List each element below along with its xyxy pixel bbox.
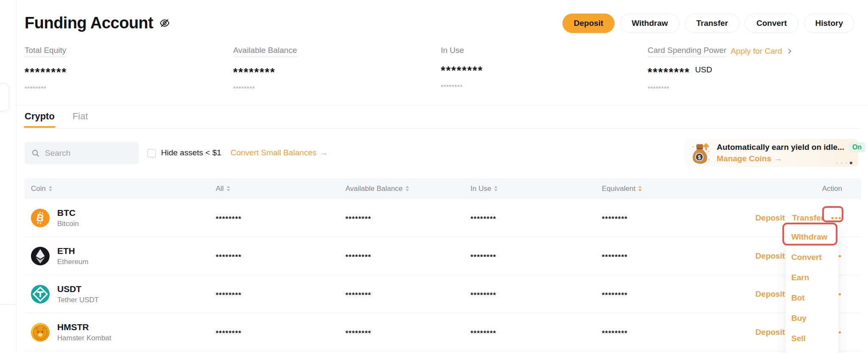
earn-yield-banner[interactable]: $ Automatically earn yield on idle... On…	[684, 139, 858, 167]
stat-value-masked: ********	[441, 66, 483, 75]
banner-status-badge: On	[849, 142, 865, 152]
value-in-use-masked: ********	[470, 215, 496, 223]
hide-assets-label[interactable]: Hide assets < $1	[161, 148, 221, 157]
header-in-use[interactable]: In Use	[470, 178, 498, 199]
stat-in-use: In Use ******** ********	[441, 46, 483, 90]
sort-icon	[227, 186, 230, 191]
stat-value-masked: ********	[648, 68, 690, 77]
value-equivalent-masked: ********	[602, 291, 628, 300]
dropdown-item-sell[interactable]: Sell	[786, 328, 838, 349]
coin-symbol: BTC	[57, 207, 79, 218]
stat-available-balance: Available Balance ******** ********	[233, 46, 297, 92]
value-available-masked: ********	[345, 329, 371, 338]
side-drawer-handle[interactable]	[0, 83, 9, 111]
sort-icon-desc	[638, 186, 642, 191]
page-title: Funding Account	[25, 14, 153, 32]
hmstr-coin-icon	[31, 323, 50, 342]
coin-symbol: ETH	[57, 245, 89, 256]
row-deposit-link[interactable]: Deposit	[755, 251, 785, 261]
account-actions: Deposit Withdraw Transfer Convert Histor…	[562, 14, 854, 33]
section-divider	[17, 105, 868, 105]
coin-name: Tether USDT	[57, 295, 99, 305]
row-deposit-link[interactable]: Deposit	[755, 328, 785, 337]
stat-value-masked: ********	[25, 68, 67, 77]
dropdown-item-bot[interactable]: Bot	[786, 288, 838, 308]
btc-coin-icon: B	[31, 209, 50, 227]
search-input[interactable]	[45, 149, 132, 158]
banner-carousel-dots[interactable]	[836, 162, 852, 164]
eth-coin-icon	[31, 247, 50, 265]
table-row: HMSTR Hamster Kombat ******** ******** *…	[25, 313, 861, 351]
history-button[interactable]: History	[804, 14, 854, 33]
header-equivalent[interactable]: Equivalent	[602, 178, 642, 199]
value-available-masked: ********	[345, 215, 371, 223]
value-all-masked: ********	[216, 291, 242, 300]
money-bag-icon: $	[688, 141, 712, 165]
value-equivalent-masked: ********	[602, 215, 628, 223]
stat-label: In Use	[441, 46, 464, 55]
stat-subvalue-masked: ********	[25, 85, 67, 92]
tab-crypto[interactable]: Crypto	[25, 111, 55, 128]
stat-subvalue-masked: ********	[441, 83, 483, 90]
value-all-masked: ********	[216, 329, 242, 338]
stat-label: Available Balance	[233, 46, 297, 57]
eye-off-icon	[159, 17, 170, 29]
stat-value-masked: ********	[233, 68, 275, 77]
left-gutter	[0, 0, 17, 353]
stat-label: Total Equity	[25, 46, 66, 57]
apply-for-card-link[interactable]: Apply for Card	[731, 47, 782, 56]
more-actions-icon[interactable]: •••	[831, 213, 842, 223]
coin-symbol: HMSTR	[57, 322, 111, 333]
hide-assets-checkbox[interactable]	[147, 149, 156, 157]
sort-icon	[494, 186, 498, 191]
coin-name: Ethereum	[57, 257, 89, 267]
asset-tabs: Crypto Fiat	[25, 111, 88, 128]
stat-subvalue-masked: ********	[648, 85, 793, 92]
usdt-coin-icon	[31, 285, 50, 303]
header-available-balance[interactable]: Available Balance	[345, 178, 409, 199]
manage-coins-link[interactable]: Manage Coins →	[717, 154, 782, 163]
banner-title: Automatically earn yield on idle...	[717, 143, 844, 152]
convert-small-balances-link[interactable]: Convert Small Balances →	[231, 148, 328, 157]
assets-table: Coin All Available Balance In Use Equiva…	[25, 178, 861, 351]
hide-balances-toggle[interactable]	[159, 17, 170, 29]
table-row: B BTC Bitcoin ******** ******** ********…	[25, 199, 861, 237]
sort-icon	[49, 186, 52, 191]
value-equivalent-masked: ********	[602, 329, 628, 338]
search-box[interactable]	[25, 142, 139, 164]
withdraw-button[interactable]: Withdraw	[620, 14, 679, 33]
value-in-use-masked: ********	[470, 329, 496, 338]
convert-button[interactable]: Convert	[745, 14, 798, 33]
table-header: Coin All Available Balance In Use Equiva…	[25, 178, 861, 199]
funding-account-page: Funding Account Deposit Withdraw Transfe…	[0, 0, 868, 353]
dropdown-item-buy[interactable]: Buy	[786, 308, 838, 328]
value-all-masked: ********	[216, 215, 242, 223]
table-row: ETH Ethereum ******** ******** ******** …	[25, 237, 861, 275]
row-deposit-link[interactable]: Deposit	[755, 213, 785, 223]
row-transfer-link[interactable]: Transfer	[792, 213, 824, 223]
chevron-right-icon[interactable]	[786, 48, 793, 55]
header-action: Action	[822, 178, 861, 199]
deposit-button[interactable]: Deposit	[562, 14, 615, 33]
table-row: USDT Tether USDT ******** ******** *****…	[25, 275, 861, 313]
dropdown-item-convert[interactable]: Convert	[786, 247, 838, 268]
stat-unit: USD	[695, 66, 712, 74]
value-all-masked: ********	[216, 253, 242, 262]
more-actions-dropdown: Withdraw Convert Earn Bot Buy Sell	[786, 226, 838, 353]
page-header: Funding Account	[25, 14, 170, 32]
header-coin[interactable]: Coin	[31, 178, 52, 199]
sort-icon	[406, 186, 409, 191]
coin-symbol: USDT	[57, 284, 99, 295]
coin-name: Bitcoin	[57, 219, 79, 229]
value-in-use-masked: ********	[470, 291, 496, 300]
dropdown-item-earn[interactable]: Earn	[786, 268, 838, 288]
tab-fiat[interactable]: Fiat	[72, 111, 88, 128]
arrow-right-icon: →	[774, 154, 782, 163]
value-in-use-masked: ********	[470, 253, 496, 262]
transfer-button[interactable]: Transfer	[685, 14, 740, 33]
svg-text:$: $	[698, 154, 701, 160]
dropdown-item-withdraw[interactable]: Withdraw	[786, 227, 838, 247]
gutter-divider	[0, 304, 17, 305]
row-deposit-link[interactable]: Deposit	[755, 290, 785, 299]
header-all[interactable]: All	[216, 178, 230, 199]
